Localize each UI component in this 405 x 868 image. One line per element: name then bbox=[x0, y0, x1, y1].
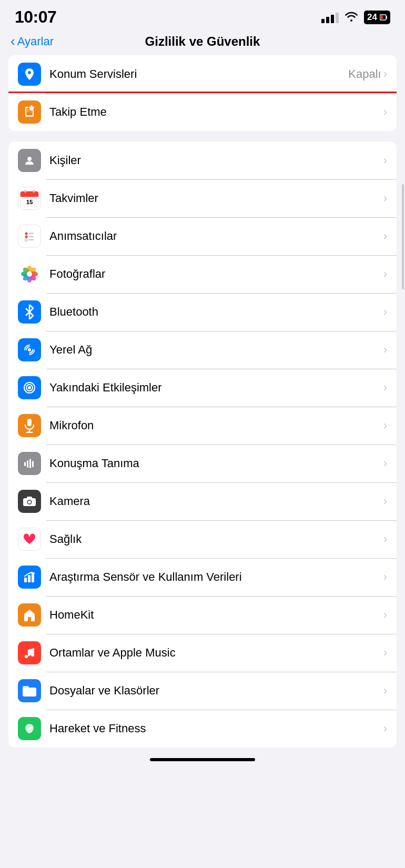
svg-rect-47 bbox=[23, 686, 29, 689]
row-label: Mikrofon bbox=[49, 419, 94, 432]
row-label: Bluetooth bbox=[49, 305, 98, 319]
list-item[interactable]: 15 Takvimler › bbox=[8, 179, 397, 217]
calendar-icon: 15 bbox=[18, 187, 41, 210]
svg-rect-42 bbox=[27, 497, 32, 499]
back-label: Ayarlar bbox=[17, 35, 54, 48]
localnet-icon bbox=[18, 338, 41, 361]
svg-point-28 bbox=[28, 348, 31, 351]
speech-icon bbox=[18, 452, 41, 475]
page-title: Gizlilik ve Güvenlik bbox=[145, 34, 260, 49]
contacts-icon bbox=[18, 149, 41, 172]
list-item[interactable]: Ortamlar ve Apple Music › bbox=[8, 634, 397, 672]
list-item[interactable]: Yakındaki Etkileşimler › bbox=[8, 369, 397, 407]
row-label: Kişiler bbox=[49, 154, 81, 167]
home-indicator bbox=[150, 758, 255, 761]
svg-rect-11 bbox=[33, 190, 35, 193]
row-label: Yerel Ağ bbox=[49, 343, 92, 357]
list-item[interactable]: Hareket ve Fitness › bbox=[8, 710, 397, 748]
svg-point-27 bbox=[27, 271, 32, 277]
list-item[interactable]: Kişiler › bbox=[8, 142, 397, 179]
row-label: Ortamlar ve Apple Music bbox=[49, 646, 176, 660]
row-label: Dosyalar ve Klasörler bbox=[49, 684, 159, 698]
row-label: Anımsatıcılar bbox=[49, 229, 117, 243]
mic-icon bbox=[18, 414, 41, 437]
row-label: Takvimler bbox=[49, 191, 98, 205]
chevron-right-icon: › bbox=[383, 154, 387, 167]
list-item[interactable]: Bluetooth › bbox=[8, 293, 397, 331]
row-label: Sağlık bbox=[49, 532, 82, 546]
chevron-right-icon: › bbox=[383, 419, 387, 432]
research-icon bbox=[18, 566, 41, 589]
svg-rect-10 bbox=[24, 190, 26, 193]
list-item[interactable]: Araştırma Sensör ve Kullanım Verileri › bbox=[8, 558, 397, 596]
chevron-right-icon: › bbox=[383, 532, 387, 546]
list-item[interactable]: Mikrofon › bbox=[8, 407, 397, 445]
list-item[interactable]: Konum Servisleri Kapalı › bbox=[8, 55, 397, 93]
row-label: Takip Etme bbox=[49, 105, 107, 119]
nearby-icon bbox=[18, 376, 41, 399]
svg-point-14 bbox=[25, 236, 28, 238]
signal-icon bbox=[321, 12, 339, 23]
chevron-right-icon: › bbox=[383, 343, 387, 357]
chevron-right-icon: › bbox=[383, 105, 387, 119]
svg-text:15: 15 bbox=[26, 199, 33, 205]
top-section-card: Konum Servisleri Kapalı › Takip Etme bbox=[8, 55, 397, 131]
health-icon bbox=[18, 528, 41, 551]
list-item[interactable]: Konuşma Tanıma › bbox=[8, 445, 397, 482]
svg-rect-32 bbox=[27, 419, 32, 426]
row-label: Yakındaki Etkileşimler bbox=[49, 381, 162, 395]
list-item[interactable]: Anımsatıcılar › bbox=[8, 217, 397, 255]
row-content: HomeKit › bbox=[49, 608, 387, 622]
scroll-bar bbox=[402, 184, 404, 289]
svg-point-29 bbox=[28, 386, 31, 389]
list-item[interactable]: Fotoğraflar › bbox=[8, 255, 397, 293]
row-content: Ortamlar ve Apple Music › bbox=[49, 646, 387, 660]
bluetooth-icon bbox=[18, 300, 41, 324]
row-content: Dosyalar ve Klasörler › bbox=[49, 684, 387, 698]
svg-rect-37 bbox=[29, 459, 31, 468]
list-item[interactable]: Kamera › bbox=[8, 482, 397, 520]
chevron-right-icon: › bbox=[383, 267, 387, 281]
svg-rect-43 bbox=[24, 578, 27, 582]
status-bar: 10:07 24 bbox=[0, 0, 405, 30]
chevron-right-icon: › bbox=[383, 646, 387, 660]
svg-rect-13 bbox=[29, 233, 34, 235]
list-item[interactable]: Yerel Ağ › bbox=[8, 331, 397, 369]
row-right: Kapalı › bbox=[348, 67, 387, 81]
svg-rect-1 bbox=[387, 16, 388, 18]
settings-container: Konum Servisleri Kapalı › Takip Etme bbox=[0, 55, 405, 748]
konum-status: Kapalı bbox=[348, 67, 381, 81]
row-content: Yerel Ağ › bbox=[49, 343, 387, 357]
row-content: Takvimler › bbox=[49, 191, 387, 205]
chevron-right-icon: › bbox=[383, 684, 387, 698]
list-item[interactable]: HomeKit › bbox=[8, 596, 397, 634]
row-content: Anımsatıcılar › bbox=[49, 229, 387, 243]
list-item[interactable]: Takip Etme › bbox=[8, 93, 397, 131]
svg-rect-38 bbox=[32, 461, 34, 467]
row-label: Fotoğraflar bbox=[49, 267, 105, 281]
list-item[interactable]: Dosyalar ve Klasörler › bbox=[8, 672, 397, 710]
chevron-right-icon: › bbox=[383, 229, 387, 243]
row-label: Hareket ve Fitness bbox=[49, 722, 146, 735]
svg-rect-36 bbox=[27, 460, 28, 468]
chevron-right-icon: › bbox=[383, 305, 387, 319]
camera-icon bbox=[18, 490, 41, 513]
svg-point-41 bbox=[28, 501, 31, 504]
location-icon bbox=[18, 63, 41, 86]
row-content: Fotoğraflar › bbox=[49, 267, 387, 281]
chevron-right-icon: › bbox=[383, 570, 387, 584]
row-label: Konuşma Tanıma bbox=[49, 457, 139, 470]
row-content: Kamera › bbox=[49, 494, 387, 508]
svg-rect-44 bbox=[28, 575, 31, 582]
svg-rect-8 bbox=[21, 195, 38, 197]
row-label: Kamera bbox=[49, 494, 90, 508]
homekit-icon bbox=[18, 603, 41, 627]
list-item[interactable]: Sağlık › bbox=[8, 520, 397, 558]
wifi-icon bbox=[344, 11, 359, 24]
svg-rect-2 bbox=[381, 15, 383, 19]
back-button[interactable]: ‹ Ayarlar bbox=[11, 35, 54, 48]
nav-header: ‹ Ayarlar Gizlilik ve Güvenlik bbox=[0, 30, 405, 55]
row-content: Konum Servisleri Kapalı › bbox=[49, 67, 387, 81]
row-content: Mikrofon › bbox=[49, 419, 387, 432]
chevron-right-icon: › bbox=[383, 457, 387, 470]
